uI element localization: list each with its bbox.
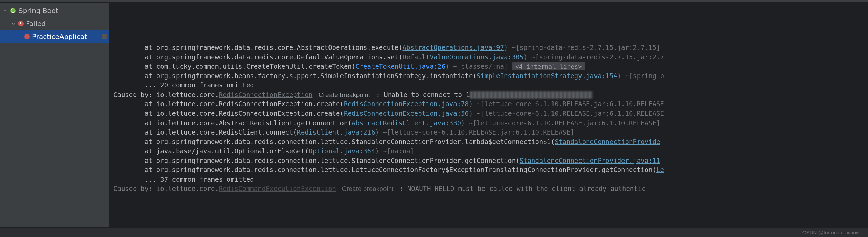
tree-label: PracticeApplicat — [32, 32, 87, 41]
stack-line: at java.base/java.util.Optional.orElseGe… — [113, 147, 868, 156]
source-link[interactable]: Optional.java:364 — [309, 147, 375, 155]
svg-rect-3 — [20, 25, 21, 25]
source-link[interactable]: CreateTokenUtil.java:26 — [355, 62, 445, 70]
source-link[interactable]: Le — [656, 166, 664, 173]
source-link[interactable]: DefaultValueOperations.java:305 — [402, 53, 523, 61]
redacted-host — [470, 91, 593, 99]
stack-line: ... 20 common frames omitted — [113, 81, 868, 90]
truncation-badge — [102, 34, 107, 39]
caused-by-line: Caused by: io.lettuce.core.RedisConnecti… — [113, 90, 868, 100]
source-link[interactable]: RedisConnectionException.java:78 — [344, 100, 469, 108]
tree-node-app[interactable]: PracticeApplicat — [0, 30, 109, 43]
stack-line: ... 37 common frames omitted — [113, 175, 868, 184]
create-breakpoint-button[interactable]: Create breakpoint — [317, 91, 372, 98]
source-link[interactable]: StandaloneConnectionProvider.java:11 — [520, 157, 660, 164]
svg-rect-2 — [20, 22, 21, 24]
error-icon — [18, 20, 24, 27]
watermark: CSDN @fortunate_xiaowu — [802, 229, 863, 235]
run-dashboard-sidebar: Spring Boot Failed PracticeApplicat — [0, 3, 109, 227]
tree-node-failed[interactable]: Failed — [0, 17, 109, 30]
source-link[interactable]: AbstractRedisClient.java:330 — [352, 119, 461, 127]
spring-boot-icon — [10, 7, 16, 14]
chevron-down-icon — [11, 21, 16, 26]
exception-link[interactable]: RedisConnectionException — [219, 91, 313, 98]
exception-link[interactable]: RedisCommandExecutionException — [219, 185, 336, 192]
stack-line: at io.lettuce.core.RedisClient.connect(R… — [113, 128, 868, 137]
stack-line: at io.lettuce.core.AbstractRedisClient.g… — [113, 118, 868, 128]
caused-by-line: Caused by: io.lettuce.core.RedisCommandE… — [113, 184, 868, 194]
stack-line: at org.springframework.beans.factory.sup… — [113, 71, 868, 81]
tree-node-spring-boot[interactable]: Spring Boot — [0, 4, 109, 17]
stack-line: at org.springframework.data.redis.connec… — [113, 165, 868, 175]
console-tabs — [113, 22, 868, 24]
svg-rect-5 — [27, 35, 27, 37]
source-link[interactable]: StandaloneConnectionProvide — [555, 138, 660, 145]
stack-line: at org.springframework.data.redis.core.D… — [113, 53, 868, 62]
error-icon — [24, 33, 30, 40]
create-breakpoint-button[interactable]: Create breakpoint — [340, 185, 395, 192]
source-link[interactable]: RedisConnectionException.java:56 — [344, 110, 469, 117]
tree-label: Failed — [26, 19, 46, 28]
source-link[interactable]: RedisClient.java:216 — [297, 128, 375, 136]
svg-rect-6 — [27, 38, 27, 38]
stack-line: at org.springframework.data.redis.connec… — [113, 137, 868, 147]
stack-line: at io.lettuce.core.RedisConnectionExcept… — [113, 109, 868, 118]
chevron-down-icon — [3, 8, 8, 13]
folded-frames-badge[interactable]: <4 internal lines> — [512, 62, 585, 70]
status-bar: CSDN @fortunate_xiaowu — [0, 227, 868, 237]
stack-line: at com.lucky.common.utils.CreateTokenUti… — [113, 62, 868, 71]
stack-line: at org.springframework.data.redis.core.A… — [113, 43, 868, 53]
stack-line: at io.lettuce.core.RedisConnectionExcept… — [113, 99, 868, 109]
stack-line: at org.springframework.data.redis.connec… — [113, 156, 868, 166]
toolbar — [0, 0, 868, 3]
source-link[interactable]: SimpleInstantiationStrategy.java:154 — [477, 72, 617, 80]
console-output[interactable]: at org.springframework.data.redis.core.A… — [109, 3, 868, 227]
tree-label: Spring Boot — [18, 6, 58, 15]
source-link[interactable]: AbstractOperations.java:97 — [402, 44, 504, 51]
